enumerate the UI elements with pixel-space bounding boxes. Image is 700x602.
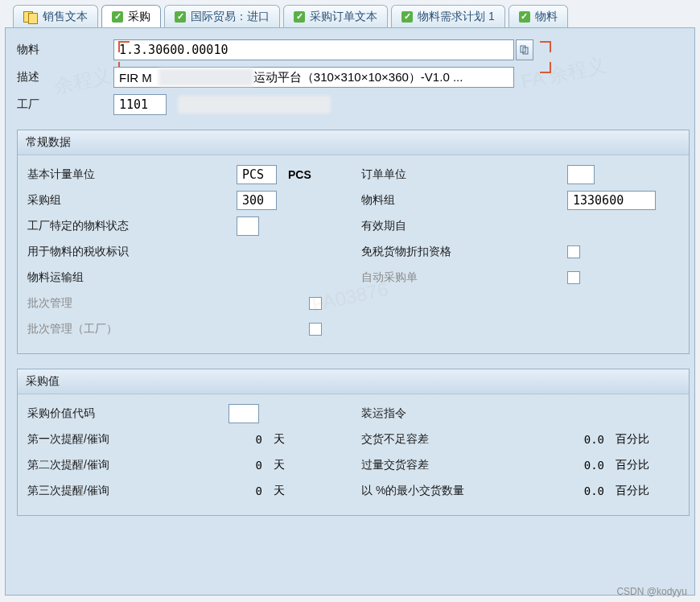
check-icon	[112, 11, 123, 23]
material-label: 物料	[17, 43, 113, 57]
plant-label: 工厂	[17, 97, 113, 112]
overdelivery-label: 过量交货容差	[361, 458, 514, 472]
reminder3-unit: 天	[274, 484, 285, 498]
redacted-blur	[178, 96, 331, 113]
tab-mrp-1[interactable]: 物料需求计划 1	[391, 5, 505, 27]
check-icon	[294, 11, 305, 23]
panel-purchasing-values: 采购值 采购价值代码 第一次提醒/催询 0 天 第二次提醒/催询 0	[17, 369, 690, 516]
header-grid: 物料 描述 FIR M 运动平台（310×310×10×360）-V1.0 ..…	[17, 39, 690, 115]
plant-input[interactable]	[113, 94, 167, 115]
tax-free-checkbox[interactable]	[567, 245, 580, 258]
desc-text-pre: FIR M	[119, 71, 152, 85]
underdelivery-unit: 百分比	[616, 432, 649, 447]
plant-status-input[interactable]	[237, 216, 259, 236]
tab-label: 国际贸易：进口	[191, 10, 270, 24]
desc-text-post: 运动平台（310×310×10×360）-V1.0 ...	[253, 70, 463, 85]
tab-label: 采购订单文本	[310, 10, 377, 24]
panel1-right-col: 订单单位 物料组 有效期自 免税货物折扣资格	[361, 162, 679, 342]
auto-po-label: 自动采购单	[361, 270, 514, 285]
base-uom-text: PCS	[288, 168, 311, 181]
material-group-input[interactable]	[567, 191, 656, 210]
tab-po-text[interactable]: 采购订单文本	[283, 5, 388, 27]
order-unit-label: 订单单位	[361, 167, 514, 182]
value-help-icon	[520, 45, 529, 55]
doc-pair-icon	[23, 11, 38, 23]
base-uom-label: 基本计量单位	[27, 167, 172, 182]
purch-group-input[interactable]	[237, 191, 277, 210]
price-code-input[interactable]	[229, 404, 259, 423]
tab-sales-text[interactable]: 销售文本	[13, 5, 98, 27]
material-group-label: 物料组	[361, 193, 514, 208]
freight-group-label: 物料运输组	[27, 270, 172, 285]
base-uom-input[interactable]	[237, 165, 277, 184]
valid-from-label: 有效期自	[361, 219, 514, 233]
min-delivery-pct-value: 0.0	[562, 484, 604, 497]
material-input[interactable]	[113, 39, 514, 60]
description-label: 描述	[17, 70, 113, 85]
tab-material[interactable]: 物料	[509, 5, 568, 27]
tab-intl-trade-import[interactable]: 国际贸易：进口	[164, 5, 280, 27]
auto-po-checkbox[interactable]	[567, 271, 580, 284]
plant-status-label: 工厂特定的物料状态	[27, 219, 172, 233]
batch-mgmt-plant-checkbox[interactable]	[309, 323, 322, 336]
reminder2-value: 0	[229, 459, 262, 472]
reminder1-unit: 天	[274, 432, 285, 447]
credit-text: CSDN @kodyyu	[616, 586, 687, 597]
panel2-right-col: 装运指令 交货不足容差 0.0 百分比 过量交货容差 0.0 百分比 以 %的最…	[361, 401, 679, 504]
check-icon	[401, 11, 413, 23]
tab-label: 销售文本	[43, 10, 88, 24]
batch-mgmt-plant-label: 批次管理（工厂）	[27, 322, 172, 336]
tab-procurement[interactable]: 采购	[101, 5, 161, 27]
value-help-button[interactable]	[516, 39, 533, 60]
panel-title: 常规数据	[18, 130, 689, 155]
reminder2-label: 第二次提醒/催询	[27, 458, 172, 472]
check-icon	[175, 11, 186, 23]
tab-label: 采购	[128, 10, 150, 24]
redacted-blur	[159, 68, 253, 86]
tax-ind-label: 用于物料的税收标识	[27, 245, 172, 259]
reminder1-label: 第一次提醒/催询	[27, 432, 172, 447]
underdelivery-value: 0.0	[562, 433, 604, 446]
ship-instr-label: 装运指令	[361, 406, 514, 421]
purch-group-label: 采购组	[27, 193, 172, 208]
tab-strip: 销售文本 采购 国际贸易：进口 采购订单文本 物料需求计划 1 物料	[0, 0, 700, 27]
reminder1-value: 0	[229, 433, 262, 446]
page-content: 物料 描述 FIR M 运动平台（310×310×10×360）-V1.0 ..…	[5, 27, 695, 596]
overdelivery-value: 0.0	[562, 459, 604, 472]
order-unit-input[interactable]	[567, 165, 595, 184]
price-code-label: 采购价值代码	[27, 406, 172, 421]
panel2-left-col: 采购价值代码 第一次提醒/催询 0 天 第二次提醒/催询 0 天	[27, 401, 345, 504]
tab-label: 物料需求计划 1	[418, 10, 495, 24]
reminder2-unit: 天	[274, 458, 285, 472]
min-delivery-pct-label: 以 %的最小交货数量	[361, 484, 514, 498]
min-delivery-pct-unit: 百分比	[616, 484, 649, 498]
panel1-left-col: 基本计量单位 PCS 采购组 工厂特定的物料状态 用于物料的税收标识	[27, 162, 345, 342]
panel-title: 采购值	[18, 369, 689, 394]
batch-mgmt-label: 批次管理	[27, 296, 172, 311]
reminder3-label: 第三次提醒/催询	[27, 484, 172, 498]
reminder3-value: 0	[229, 484, 262, 497]
tab-label: 物料	[535, 10, 558, 24]
underdelivery-label: 交货不足容差	[361, 432, 514, 447]
overdelivery-unit: 百分比	[616, 458, 649, 472]
batch-mgmt-checkbox[interactable]	[309, 297, 322, 310]
check-icon	[519, 11, 530, 23]
tax-free-label: 免税货物折扣资格	[361, 245, 514, 259]
panel-general-data: 常规数据 基本计量单位 PCS 采购组 工厂特定的物料状态	[17, 130, 690, 354]
